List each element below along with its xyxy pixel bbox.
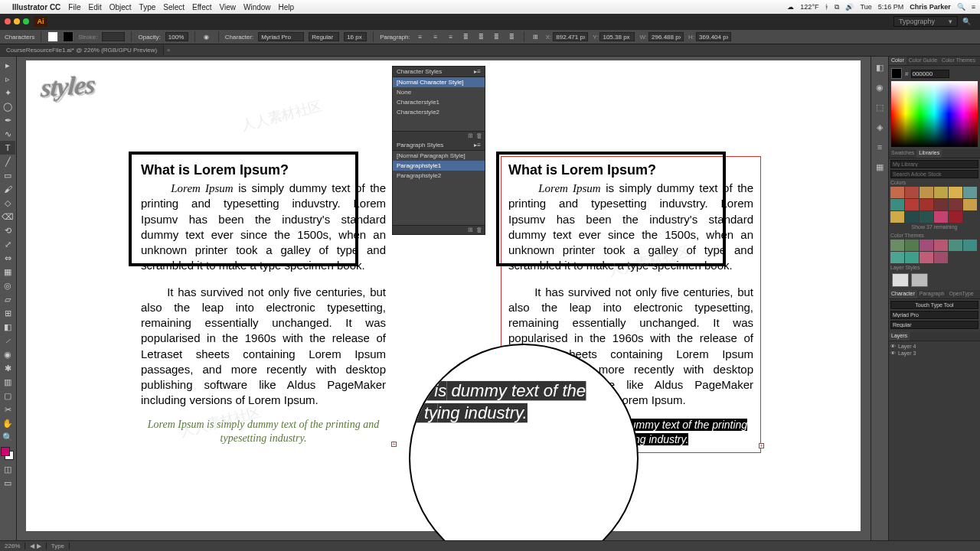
mesh-tool-icon[interactable]: ⊞ [0, 306, 15, 320]
color-swatch[interactable] [905, 187, 919, 198]
tab-color[interactable]: Color [889, 57, 906, 65]
panel-menu-icon[interactable]: ▸≡ [474, 68, 481, 75]
stroke-weight-input[interactable] [102, 32, 125, 41]
selection-tool-icon[interactable]: ▸ [0, 58, 15, 72]
tab-paragraph[interactable]: Paragraph [917, 290, 947, 298]
menu-edit[interactable]: Edit [88, 3, 101, 11]
zoom-level[interactable]: 226% [0, 543, 25, 549]
layer-row[interactable]: 👁Layer 3 [890, 350, 978, 357]
color-theme-swatch[interactable] [934, 240, 948, 251]
dock-panel-icon[interactable]: ◧ [874, 61, 886, 73]
menu-object[interactable]: Object [109, 3, 132, 11]
shape-builder-tool-icon[interactable]: ◎ [0, 279, 15, 292]
window-close-icon[interactable] [5, 18, 11, 24]
align-center-icon[interactable]: ≡ [430, 31, 441, 42]
char-styles-title[interactable]: Character Styles▸≡ [393, 67, 485, 77]
tab-opentype[interactable]: OpenType [946, 290, 975, 298]
menu-effect[interactable]: Effect [192, 3, 211, 11]
color-theme-swatch[interactable] [934, 252, 948, 263]
trash-icon[interactable]: 🗑 [476, 132, 482, 139]
h-input[interactable] [696, 32, 731, 41]
color-swatch[interactable] [920, 187, 933, 198]
lasso-tool-icon[interactable]: ◯ [0, 99, 15, 113]
color-swatch[interactable] [934, 199, 948, 210]
line-tool-icon[interactable]: ╱ [0, 155, 15, 168]
layer-style-thumb[interactable] [911, 273, 928, 287]
para-style-item[interactable]: Paragraphstyle1 [393, 161, 485, 171]
screen-mode-icon[interactable]: ▭ [0, 476, 15, 490]
visibility-icon[interactable]: 👁 [890, 350, 896, 356]
char-style-item[interactable]: Characterstyle2 [393, 107, 485, 117]
window-max-icon[interactable] [23, 18, 29, 24]
menu-view[interactable]: View [219, 3, 236, 11]
para-style-item[interactable]: [Normal Paragraph Style] [393, 151, 485, 161]
drawing-mode-icon[interactable]: ◫ [0, 462, 15, 476]
graph-tool-icon[interactable]: ▥ [0, 375, 15, 389]
canvas-area[interactable]: styles What is Lorem Ipsum? Lorem Ipsum … [17, 57, 871, 540]
rotate-tool-icon[interactable]: ⟲ [0, 223, 15, 237]
eraser-tool-icon[interactable]: ⌫ [0, 210, 15, 223]
color-swatch[interactable] [934, 211, 948, 223]
stroke-swatch-icon[interactable] [63, 31, 74, 42]
rectangle-tool-icon[interactable]: ▭ [0, 168, 15, 182]
dock-panel-icon[interactable]: ≡ [874, 141, 886, 153]
hex-input[interactable] [911, 70, 949, 78]
layer-style-thumb[interactable] [892, 273, 909, 287]
color-theme-swatch[interactable] [890, 240, 904, 251]
menubar-vol-icon[interactable]: 🔊 [845, 3, 854, 11]
dock-panel-icon[interactable]: ▦ [874, 161, 886, 173]
document-tab[interactable]: CourseResourceFile1.ai* @ 226% (RGB/GPU … [0, 45, 164, 55]
tab-layers[interactable]: Layers [889, 332, 910, 341]
color-swatch[interactable] [920, 199, 933, 210]
scale-tool-icon[interactable]: ⤢ [0, 237, 15, 251]
window-controls[interactable] [5, 18, 29, 24]
tab-color-themes[interactable]: Color Themes [939, 57, 978, 65]
menubar-search-icon[interactable]: 🔍 [957, 3, 965, 11]
panel-menu-icon[interactable]: ▸≡ [474, 142, 481, 148]
shaper-tool-icon[interactable]: ◇ [0, 196, 15, 210]
x-input[interactable] [553, 32, 588, 41]
tab-character[interactable]: Character [889, 290, 917, 298]
new-style-icon[interactable]: ⊞ [468, 132, 473, 139]
styles-panel[interactable]: Character Styles▸≡ [Normal Character Sty… [392, 66, 485, 235]
app-menu[interactable]: Illustrator CC [12, 3, 60, 11]
nav-arrows[interactable]: ◀ ▶ [25, 543, 46, 549]
magic-wand-tool-icon[interactable]: ✦ [0, 86, 15, 99]
free-transform-tool-icon[interactable]: ▦ [0, 265, 15, 279]
library-select[interactable] [890, 160, 978, 168]
fill-preview-icon[interactable] [891, 68, 902, 79]
menubar-notif-icon[interactable]: ≡ [972, 3, 975, 11]
color-swatch[interactable] [890, 199, 904, 210]
color-theme-swatch[interactable] [905, 240, 919, 251]
fill-swatch-icon[interactable] [47, 31, 58, 42]
color-theme-swatch[interactable] [963, 240, 977, 251]
color-swatch[interactable] [920, 211, 933, 223]
gradient-tool-icon[interactable]: ◧ [0, 320, 15, 334]
dock-panel-icon[interactable]: ◉ [874, 81, 886, 93]
blend-tool-icon[interactable]: ◉ [0, 347, 15, 361]
library-search-input[interactable] [890, 170, 978, 178]
color-theme-swatch[interactable] [890, 252, 904, 263]
char-style-item[interactable]: [Normal Character Style] [393, 77, 485, 87]
justify-center-icon[interactable]: ≣ [476, 31, 487, 42]
color-swatch[interactable] [890, 211, 904, 223]
color-swatch[interactable] [963, 187, 977, 198]
tab-libraries[interactable]: Libraries [916, 149, 942, 158]
font-family-input[interactable] [258, 32, 304, 41]
menu-file[interactable]: File [68, 3, 80, 11]
menubar-bt-icon[interactable]: ᚼ [825, 3, 828, 11]
menu-window[interactable]: Window [243, 3, 271, 11]
pen-tool-icon[interactable]: ✒ [0, 113, 15, 127]
eyedropper-tool-icon[interactable]: ⟋ [0, 334, 15, 347]
overset-indicator-icon[interactable]: + [759, 443, 764, 448]
font-family-select[interactable] [890, 311, 978, 319]
char-style-item[interactable]: Characterstyle1 [393, 97, 485, 107]
hand-tool-icon[interactable]: ✋ [0, 416, 15, 430]
lib-show-more[interactable]: Show 37 remaining [890, 223, 978, 231]
zoom-tool-icon[interactable]: 🔍 [0, 430, 15, 444]
opacity-input[interactable] [165, 32, 188, 41]
type-tool-icon[interactable]: T [0, 141, 15, 155]
color-swatch[interactable] [949, 199, 962, 210]
color-swatch[interactable] [949, 211, 962, 223]
workspace-switcher[interactable]: Typography ▾ [893, 16, 958, 27]
